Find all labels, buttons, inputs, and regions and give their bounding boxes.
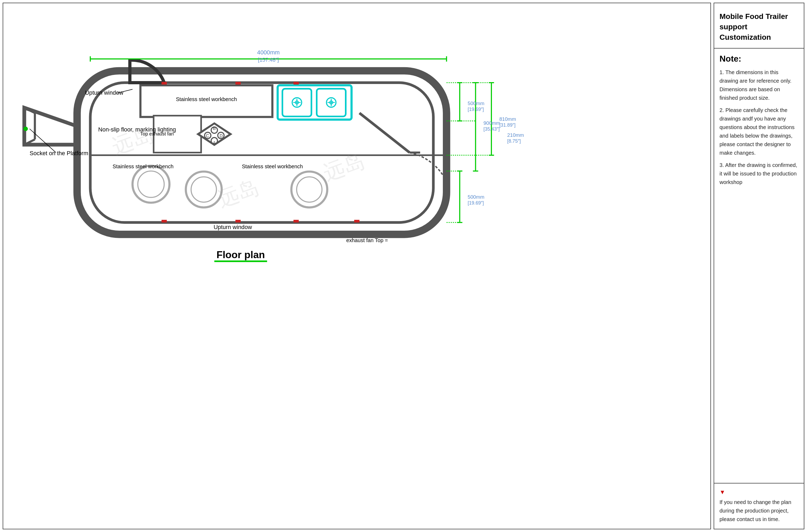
svg-rect-45 — [235, 220, 241, 222]
svg-text:Upturn window: Upturn window — [214, 224, 252, 230]
sidebar-footer: ▼ If you need to change the plan during … — [714, 483, 804, 529]
svg-text:Stainless steel workbench: Stainless steel workbench — [176, 96, 237, 102]
svg-text:Floor plan: Floor plan — [217, 249, 265, 260]
svg-rect-44 — [162, 220, 167, 222]
svg-text:500mm: 500mm — [468, 100, 485, 106]
svg-rect-47 — [354, 220, 360, 222]
svg-text:C: C — [206, 134, 209, 138]
svg-text:500mm: 500mm — [468, 194, 485, 200]
svg-text:[19.69″]: [19.69″] — [468, 107, 484, 112]
svg-text:[35.43″]: [35.43″] — [483, 127, 500, 132]
sidebar-title-text: Mobile Food Trailersupport Customization — [719, 12, 788, 41]
svg-text:B: B — [213, 126, 216, 131]
note1: 1. The dimensions in this drawing are fo… — [719, 68, 799, 102]
svg-text:[8.75″]: [8.75″] — [507, 138, 521, 144]
sidebar-title: Mobile Food Trailersupport Customization — [714, 3, 804, 49]
svg-text:4000mm: 4000mm — [257, 49, 280, 56]
svg-text:Socket on the Platform: Socket on the Platform — [30, 150, 88, 156]
svg-text:Upturn window: Upturn window — [85, 89, 124, 96]
svg-text:Stainless steel workbench: Stainless steel workbench — [113, 164, 174, 170]
svg-text:[19.69″]: [19.69″] — [468, 200, 484, 206]
floor-plan-svg: B D A C — [3, 3, 710, 529]
svg-point-7 — [23, 127, 28, 131]
svg-text:D: D — [220, 134, 223, 138]
note2: 2. Please carefully check the drawings a… — [719, 106, 799, 157]
svg-rect-41 — [162, 82, 167, 84]
svg-text:[31.89″]: [31.89″] — [500, 122, 516, 128]
svg-marker-2 — [24, 108, 77, 145]
note3: 3. After the drawing is confirmed, it wi… — [719, 161, 799, 186]
svg-rect-43 — [294, 82, 299, 84]
svg-text:810mm: 810mm — [500, 116, 516, 122]
svg-text:exhaust fan Top =: exhaust fan Top = — [346, 238, 388, 243]
svg-text:900mm: 900mm — [483, 120, 500, 126]
main-drawing-area: B D A C — [3, 3, 711, 529]
warning-triangle: ▼ — [719, 489, 799, 496]
svg-rect-46 — [294, 220, 299, 222]
sidebar-notes: Note: 1. The dimensions in this drawing … — [714, 49, 804, 483]
sidebar: Mobile Food Trailersupport Customization… — [714, 3, 804, 529]
svg-text:Stainless steel workbench: Stainless steel workbench — [242, 164, 303, 170]
svg-text:[157.48″]: [157.48″] — [258, 57, 279, 63]
svg-text:210mm: 210mm — [507, 132, 524, 138]
svg-rect-42 — [235, 82, 241, 84]
notes-heading: Note: — [719, 54, 799, 64]
footer-text: If you need to change the plan during th… — [719, 498, 799, 524]
